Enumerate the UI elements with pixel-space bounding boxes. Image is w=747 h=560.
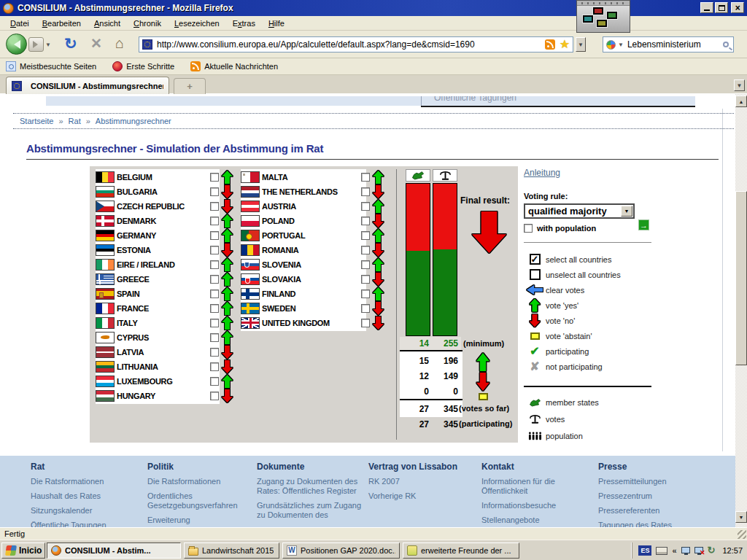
country-select-checkbox[interactable] (210, 304, 219, 313)
bookmark-item[interactable]: Meistbesuchte Seiten (6, 61, 96, 71)
country-select-checkbox[interactable] (361, 231, 370, 240)
footer-link[interactable]: RK 2007 (368, 477, 478, 486)
footer-link[interactable]: Stellenangebote (481, 516, 591, 525)
bookmark-star-icon[interactable]: ★ (560, 39, 570, 50)
search-engine-dropdown-icon[interactable]: ▼ (618, 42, 624, 48)
history-dropdown-icon[interactable]: ▼ (45, 42, 51, 48)
search-go-icon[interactable] (723, 42, 729, 47)
collapse-tray-icon[interactable]: « (672, 546, 676, 555)
menu-bearbeiten[interactable]: Bearbeiten (36, 18, 87, 29)
breadcrumb-link-rat[interactable]: Rat (69, 117, 81, 125)
legend-item-checkbox-checked[interactable]: ✓select all countries (524, 252, 657, 267)
footer-link[interactable]: Vorherige RK (368, 491, 478, 501)
country-select-checkbox[interactable] (361, 217, 370, 225)
country-select-checkbox[interactable] (361, 246, 370, 254)
back-button[interactable] (6, 34, 27, 55)
country-select-checkbox[interactable] (361, 173, 370, 182)
menu-ansicht[interactable]: Ansicht (88, 18, 126, 29)
country-select-checkbox[interactable] (361, 260, 370, 269)
country-select-checkbox[interactable] (210, 362, 219, 371)
pager-cell-teal[interactable] (583, 15, 593, 23)
forward-button[interactable] (28, 37, 44, 52)
network-disconnected-icon[interactable] (694, 547, 703, 553)
breadcrumb-link-startseite[interactable]: Startseite (20, 117, 53, 125)
vertical-scrollbar[interactable]: ▲ ▼ (735, 94, 747, 527)
footer-link[interactable]: Pressezentrum (598, 491, 722, 501)
country-select-checkbox[interactable] (210, 173, 219, 182)
bookmark-item[interactable]: Erste Schritte (112, 61, 174, 71)
footer-link[interactable]: Informationen für die Öffentlichkeit (481, 477, 591, 496)
with-population-checkbox[interactable] (524, 224, 533, 233)
search-input[interactable]: Lebensministerium (627, 39, 723, 50)
resize-grip-icon[interactable] (738, 530, 746, 539)
tab-consilium[interactable]: CONSILIUM - Abstimmungsrechner (6, 77, 169, 94)
footer-link[interactable]: Haushalt des Rates (31, 491, 140, 501)
start-button[interactable]: Inicio (1, 542, 45, 559)
scroll-up-button[interactable]: ▲ (735, 96, 747, 107)
window-titlebar[interactable]: CONSILIUM - Abstimmungsrechner - Mozilla… (0, 0, 747, 16)
footer-link[interactable]: Die Ratsformationen (31, 477, 140, 486)
menu-datei[interactable]: Datei (4, 18, 35, 29)
pager-cell-red[interactable] (593, 7, 603, 15)
network-icon[interactable] (681, 547, 690, 553)
footer-link[interactable]: Erweiterung (147, 516, 249, 525)
scroll-down-button[interactable]: ▼ (735, 511, 747, 523)
desktop-pager-widget[interactable] (576, 0, 630, 33)
country-select-checkbox[interactable] (210, 217, 219, 225)
footer-link[interactable]: Pressereferenten (598, 506, 722, 516)
country-select-checkbox[interactable] (210, 202, 219, 211)
close-button[interactable]: × (731, 2, 744, 13)
select-dropdown-icon[interactable]: ▼ (621, 206, 632, 217)
restore-button[interactable] (715, 2, 728, 13)
footer-link[interactable]: Grundsätzliches zum Zugang zu Dokumenten… (257, 501, 363, 520)
footer-link[interactable]: Zugang zu Dokumenten des Rates: Öffentli… (257, 477, 363, 496)
menu-extras[interactable]: Extras (227, 18, 261, 29)
keyboard-icon[interactable] (656, 547, 667, 555)
country-select-checkbox[interactable] (210, 246, 219, 254)
pager-cell-olive[interactable] (597, 20, 607, 27)
language-indicator[interactable]: ES (638, 545, 651, 556)
rss-feed-icon[interactable] (545, 39, 555, 50)
new-tab-stub[interactable]: + (174, 78, 206, 94)
pager-cell-green[interactable] (607, 12, 617, 19)
tab-list-dropdown[interactable]: ▼ (734, 79, 745, 91)
country-select-checkbox[interactable] (210, 348, 219, 357)
country-select-checkbox[interactable] (210, 392, 219, 400)
country-select-checkbox[interactable] (210, 260, 219, 269)
country-select-checkbox[interactable] (361, 275, 370, 284)
country-select-checkbox[interactable] (210, 231, 219, 240)
minimize-button[interactable] (700, 2, 713, 13)
voting-rule-select[interactable]: qualified majority ▼ (524, 203, 635, 219)
country-select-checkbox[interactable] (210, 319, 219, 327)
url-dropdown-button[interactable]: ▼ (576, 37, 586, 52)
task-button-4[interactable]: erweiterte Freunde der ... (403, 542, 519, 559)
scrollbar-thumb[interactable] (735, 191, 747, 365)
legend-item-arrow-left-blue[interactable]: clear votes (524, 282, 657, 298)
menu-lesezeichen[interactable]: Lesezeichen (169, 18, 225, 29)
country-select-checkbox[interactable] (210, 289, 219, 298)
legend-item-checkbox-empty[interactable]: unselect all countries (524, 267, 657, 282)
footer-link[interactable]: Tagungen des Rates (598, 521, 722, 527)
footer-link[interactable]: Öffentliche Tagungen (31, 521, 140, 527)
pager-grip-icon[interactable] (577, 1, 630, 6)
task-button-1[interactable]: CONSILIUM - Abstim... (47, 542, 181, 559)
country-select-checkbox[interactable] (210, 275, 219, 284)
bookmark-item[interactable]: Aktuelle Nachrichten (190, 61, 278, 71)
menu-hilfe[interactable]: Hilfe (263, 18, 290, 29)
country-select-checkbox[interactable] (361, 319, 370, 327)
stop-button[interactable]: ✕ (90, 35, 102, 52)
task-button-3[interactable]: WPositionen GAP 2020.doc... (282, 542, 400, 559)
footer-link[interactable]: Sitzungskalender (31, 506, 140, 516)
footer-link[interactable]: Pressemitteilungen (598, 477, 722, 486)
country-select-checkbox[interactable] (361, 202, 370, 211)
search-box[interactable]: ▼ Lebensministerium (603, 36, 734, 52)
url-bar[interactable]: http://www.consilium.europa.eu/App/calcu… (139, 36, 573, 52)
country-select-checkbox[interactable] (210, 187, 219, 196)
breadcrumb-link-abstimmungsrechner[interactable]: Abstimmungsrechner (96, 117, 171, 125)
search-engine-icon[interactable] (606, 40, 616, 50)
reload-button[interactable]: ↻ (64, 35, 77, 52)
home-button[interactable]: ⌂ (115, 35, 124, 52)
menu-chronik[interactable]: Chronik (128, 18, 167, 29)
country-select-checkbox[interactable] (210, 377, 219, 386)
footer-link[interactable]: Die Ratsformationen (147, 477, 249, 486)
